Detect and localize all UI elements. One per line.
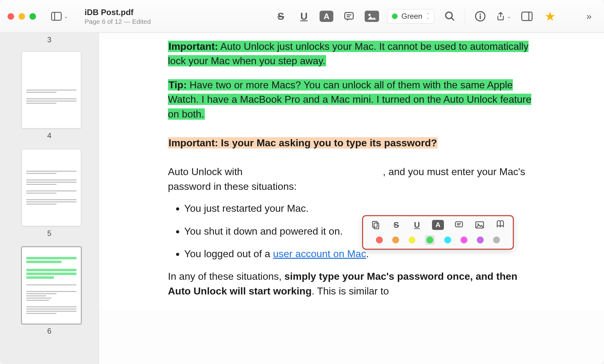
search-button[interactable] xyxy=(442,9,457,24)
stepper-icon: ⌃⌄ xyxy=(426,13,430,19)
search-icon xyxy=(444,11,456,22)
favorite-button[interactable]: ★ xyxy=(543,9,558,24)
color-swatch[interactable] xyxy=(444,237,451,243)
svg-point-6 xyxy=(446,12,452,19)
color-swatch[interactable] xyxy=(461,237,467,243)
info-icon xyxy=(475,11,486,22)
markup-tools: S U A Green ⌃⌄ xyxy=(273,9,457,24)
svg-point-5 xyxy=(368,14,371,16)
thumbnail-sidebar: 3 4 5 xyxy=(0,33,99,364)
toolbar-separator xyxy=(465,8,465,24)
color-swatch-selected[interactable] xyxy=(425,235,435,245)
chevron-down-icon: ⌄ xyxy=(507,13,511,20)
strikethrough-button[interactable]: S xyxy=(391,219,402,231)
highlight-text-button[interactable]: A xyxy=(432,220,444,230)
svg-rect-11 xyxy=(522,12,532,21)
sidebar-toggle-button[interactable]: ⌄ xyxy=(48,10,71,23)
color-swatch[interactable] xyxy=(493,237,500,243)
image-button[interactable] xyxy=(365,11,379,22)
underline-button[interactable]: U xyxy=(296,9,311,24)
svg-rect-13 xyxy=(372,221,377,227)
copy-icon xyxy=(371,220,380,230)
document-title: iDB Post.pdf xyxy=(85,8,151,17)
markup-popover: S U A xyxy=(362,215,514,250)
window-controls xyxy=(8,13,36,20)
sidebar-icon xyxy=(51,12,62,21)
share-button[interactable]: ⌄ xyxy=(496,9,511,24)
panel-icon xyxy=(521,11,533,22)
chevron-down-icon: ⌄ xyxy=(64,13,68,20)
document-subtitle: Page 6 of 12 — Edited xyxy=(85,18,151,25)
popover-tools-row: S U A xyxy=(370,219,506,231)
color-swatch[interactable] xyxy=(392,237,399,243)
thumbnail-6[interactable]: 6 xyxy=(22,247,77,335)
color-swatch[interactable] xyxy=(409,237,415,243)
bookmark-button[interactable] xyxy=(495,219,506,231)
highlight-color-dot xyxy=(392,13,398,19)
link-user-account[interactable]: user account on Mac xyxy=(273,248,366,259)
image-icon xyxy=(475,220,484,230)
strikethrough-button[interactable]: S xyxy=(273,9,288,24)
share-icon xyxy=(496,12,505,21)
paragraph: In any of these situations, simply type … xyxy=(168,269,535,298)
color-swatch[interactable] xyxy=(477,237,484,243)
title-block: iDB Post.pdf Page 6 of 12 — Edited xyxy=(85,8,151,25)
highlight-color-picker[interactable]: Green ⌃⌄ xyxy=(387,9,434,23)
copy-button[interactable] xyxy=(370,219,381,231)
book-icon xyxy=(496,220,505,230)
heading: Important: Is your Mac asking you to typ… xyxy=(168,136,535,150)
note-button[interactable] xyxy=(453,219,465,231)
note-icon xyxy=(454,220,464,230)
thumb-label: 4 xyxy=(22,131,77,140)
document-content[interactable]: Important: Auto Unlock just unlocks your… xyxy=(99,33,604,364)
thumb-label: 3 xyxy=(22,35,77,44)
svg-point-19 xyxy=(477,223,479,225)
minimize-button[interactable] xyxy=(18,13,25,20)
toolbar: ⌄ iDB Post.pdf Page 6 of 12 — Edited S U… xyxy=(0,0,604,33)
image-button[interactable] xyxy=(474,219,485,231)
maximize-button[interactable] xyxy=(29,13,36,20)
right-tools: ⌄ ★ xyxy=(473,9,558,24)
inspector-button[interactable] xyxy=(519,9,534,24)
svg-rect-14 xyxy=(374,223,379,229)
info-button[interactable] xyxy=(473,9,488,24)
underline-button[interactable]: U xyxy=(411,219,423,231)
highlight-color-label: Green xyxy=(401,12,422,21)
thumbnail-5[interactable]: 5 xyxy=(22,149,77,238)
highlight-text-button[interactable]: A xyxy=(320,11,333,22)
close-button[interactable] xyxy=(8,13,14,20)
color-swatch[interactable] xyxy=(376,237,383,243)
paragraph: Important: Auto Unlock just unlocks your… xyxy=(168,39,535,68)
paragraph: Auto Unlock with , and you must enter yo… xyxy=(168,164,535,194)
thumb-label: 6 xyxy=(22,327,77,335)
svg-rect-2 xyxy=(345,13,353,19)
svg-point-9 xyxy=(480,13,481,15)
overflow-button[interactable]: » xyxy=(581,9,596,24)
color-swatch[interactable] xyxy=(426,237,433,243)
popover-color-row xyxy=(370,235,506,245)
note-icon xyxy=(343,11,355,22)
paragraph: Tip: Have two or more Macs? You can unlo… xyxy=(168,78,535,121)
note-button[interactable] xyxy=(341,9,357,24)
list-item: You just restarted your Mac. xyxy=(184,201,535,216)
image-icon xyxy=(366,11,378,22)
thumb-label: 5 xyxy=(22,229,77,238)
svg-rect-15 xyxy=(456,222,463,227)
thumbnail-4[interactable]: 4 xyxy=(22,52,77,140)
svg-rect-0 xyxy=(52,12,61,20)
svg-line-7 xyxy=(451,18,454,21)
svg-rect-10 xyxy=(480,15,481,19)
